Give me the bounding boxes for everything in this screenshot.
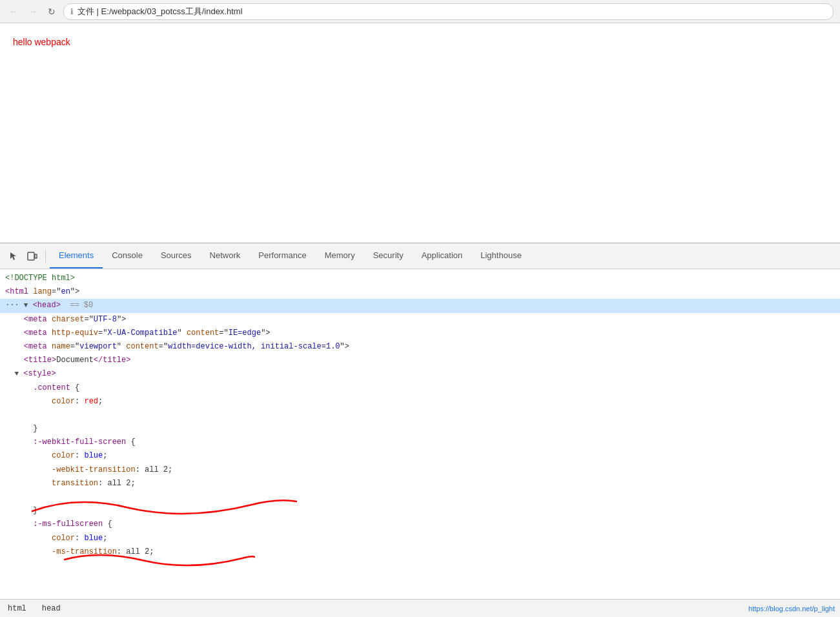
toolbar-divider: [45, 250, 46, 263]
code-line-content: .content {: [0, 381, 840, 395]
code-line-color-red: color: red;: [0, 395, 840, 409]
cursor-icon: [9, 251, 19, 261]
device-icon: [27, 251, 37, 261]
code-line-meta3: <meta name="viewport" content="width=dev…: [0, 340, 840, 354]
tab-memory[interactable]: Memory: [316, 243, 364, 268]
code-line-meta2: <meta http-equiv="X-UA-Compatible" conte…: [0, 327, 840, 340]
status-html[interactable]: html: [5, 603, 29, 614]
code-line-title: <title>Document</title>: [0, 354, 840, 367]
browser-toolbar: ← → ↻ ℹ 文件 | E:/webpack/03_potcss工具/inde…: [0, 0, 840, 23]
svg-marker-0: [10, 252, 16, 260]
code-line-blank2: [0, 491, 840, 504]
code-line-color-blue1: color: blue;: [0, 449, 840, 463]
hello-text: hello webpack: [13, 37, 70, 47]
svg-rect-2: [35, 254, 37, 258]
tab-network[interactable]: Network: [201, 243, 250, 268]
code-line-ms-full: :-ms-fullscreen {: [0, 518, 840, 531]
code-line-color-blue2: color: blue;: [0, 532, 840, 545]
devtools-toolbar: Elements Console Sources Network Perform…: [0, 243, 840, 269]
status-link: https://blog.csdn.net/p_light: [748, 605, 835, 612]
tab-performance[interactable]: Performance: [249, 243, 315, 268]
code-line-doctype: <!DOCTYPE html>: [0, 272, 840, 285]
page-content: hello webpack: [0, 23, 840, 243]
code-line-head: ··· ▼ <head> == $0: [0, 299, 840, 312]
device-icon-button[interactable]: [23, 248, 41, 264]
code-line-html: <html lang="en">: [0, 285, 840, 299]
devtools-tabs: Elements Console Sources Network Perform…: [50, 243, 531, 268]
tab-console[interactable]: Console: [103, 243, 152, 268]
code-line-webkit-full: :-webkit-full-screen {: [0, 436, 840, 449]
status-bar: html head https://blog.csdn.net/p_light: [0, 599, 840, 617]
tab-application[interactable]: Application: [413, 243, 472, 268]
cursor-icon-button[interactable]: [5, 248, 23, 264]
code-line-style-open: ▼ <style>: [0, 367, 840, 381]
tab-sources[interactable]: Sources: [152, 243, 201, 268]
code-line-ms-transition: -ms-transition: all 2;: [0, 545, 840, 559]
code-line-transition: transition: all 2;: [0, 477, 840, 491]
status-head[interactable]: head: [39, 603, 63, 614]
forward-button[interactable]: →: [26, 5, 40, 18]
info-icon: ℹ: [70, 7, 74, 16]
elements-panel: <!DOCTYPE html> <html lang="en"> ··· ▼ <…: [0, 269, 840, 599]
url-text: 文件 | E:/webpack/03_potcss工具/index.html: [77, 6, 243, 17]
code-line-blank1: [0, 409, 840, 422]
reload-button[interactable]: ↻: [45, 5, 58, 18]
code-line-close2: }: [0, 504, 840, 518]
code-line-webkit-transition: -webkit-transition: all 2;: [0, 463, 840, 477]
back-button[interactable]: ←: [6, 5, 21, 18]
code-line-meta1: <meta charset="UTF-8">: [0, 313, 840, 327]
devtools-panel: Elements Console Sources Network Perform…: [0, 243, 840, 617]
tab-elements[interactable]: Elements: [50, 243, 103, 268]
code-line-close1: }: [0, 422, 840, 436]
tab-security[interactable]: Security: [364, 243, 413, 268]
svg-rect-1: [28, 252, 34, 260]
address-bar[interactable]: ℹ 文件 | E:/webpack/03_potcss工具/index.html: [63, 3, 834, 20]
tab-lighthouse[interactable]: Lighthouse: [471, 243, 531, 268]
